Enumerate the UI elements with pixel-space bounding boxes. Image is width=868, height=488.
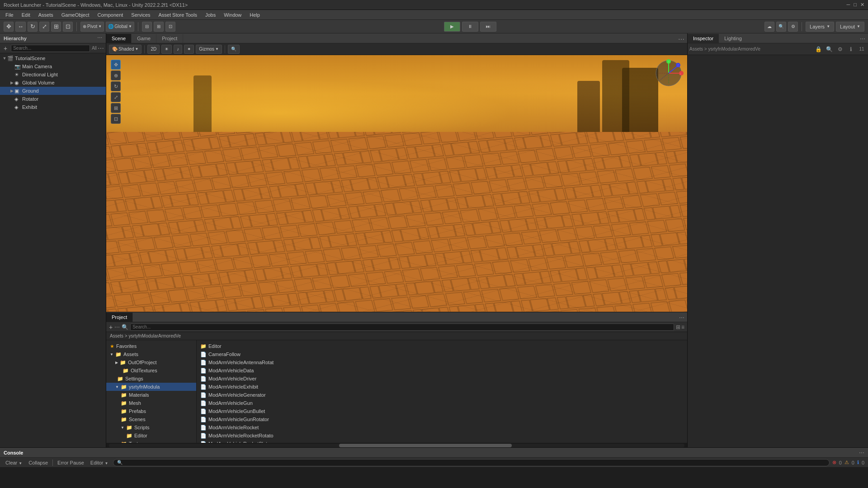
proj-file-camerafolllow[interactable]: 📄 CameraFollow — [197, 350, 687, 358]
tab-game[interactable]: Game — [132, 34, 156, 43]
snap-btn[interactable]: ⊞ — [154, 22, 164, 32]
step-btn[interactable]: ⏭ — [480, 22, 496, 32]
tool-rect[interactable]: ⊞ — [51, 22, 61, 32]
hier-item-exhibit[interactable]: ◈ Exhibit — [0, 103, 106, 111]
menu-file[interactable]: File — [2, 11, 17, 19]
proj-editor[interactable]: 📁 Editor — [106, 432, 196, 440]
search-btn[interactable]: 🔍 — [776, 22, 786, 32]
proj-ysrtyfn[interactable]: ▼ 📁 ysrtyfnModula — [106, 383, 196, 391]
tool-rotate[interactable]: ↻ — [28, 22, 38, 32]
tab-project-center[interactable]: Project — [156, 34, 183, 43]
inspector-layers-btn[interactable]: 11 — [857, 45, 866, 54]
hier-item-rotator[interactable]: ◈ Rotator — [0, 95, 106, 103]
tool-hand[interactable]: ✥ — [4, 22, 14, 32]
tab-project[interactable]: Project — [106, 313, 133, 322]
tool-scale[interactable]: ⤢ — [39, 22, 49, 32]
minimize-btn[interactable]: ─ — [847, 2, 850, 8]
play-btn[interactable]: ▶ — [444, 22, 460, 32]
project-panel-menu[interactable]: ⋯ — [679, 314, 684, 321]
hier-item-tutorial-scene[interactable]: ▼ 🎬 TutorialScene — [0, 54, 106, 62]
hierarchy-menu-btn[interactable]: ⋯ — [98, 45, 104, 52]
console-search-input[interactable] — [113, 459, 830, 466]
hierarchy-search[interactable] — [11, 45, 90, 52]
settings-btn[interactable]: ⚙ — [788, 22, 798, 32]
menu-help[interactable]: Help — [246, 11, 264, 19]
project-add-btn[interactable]: + — [109, 324, 113, 331]
proj-file-gunbullet[interactable]: 📄 ModArmVehicleGunBullet — [197, 407, 687, 415]
scene-viewport[interactable]: ✥ ⊕ ↻ ⤢ ⊞ ⊡ — [106, 55, 687, 312]
proj-old-textures[interactable]: 📁 OldTextures — [106, 366, 196, 375]
proj-file-data[interactable]: 📄 ModArmVehicleData — [197, 366, 687, 375]
console-editor-btn[interactable]: Editor ▼ — [89, 460, 110, 465]
vp-tool-move[interactable]: ⊕ — [111, 70, 121, 80]
proj-out-of-project[interactable]: ▶ 📁 OutOfProject — [106, 358, 196, 366]
scrollbar-thumb[interactable] — [339, 444, 512, 447]
pivot-btn[interactable]: ⊕ Pivot ▼ — [80, 22, 104, 32]
scene-lighting-btn[interactable]: ☀ — [161, 45, 172, 54]
project-search-input[interactable] — [130, 324, 674, 331]
global-btn[interactable]: 🌐 Global ▼ — [106, 22, 134, 32]
hierarchy-add-btn[interactable]: + — [2, 45, 9, 52]
console-menu-btn[interactable]: ⋯ — [859, 450, 864, 456]
proj-prefabs[interactable]: 📁 Prefabs — [106, 407, 196, 415]
console-tab-label[interactable]: Console — [4, 450, 23, 455]
hier-item-global-volume[interactable]: ▶ ◉ Global Volume — [0, 79, 106, 87]
vp-tool-rotate[interactable]: ↻ — [111, 81, 121, 91]
console-collapse-btn[interactable]: Collapse — [27, 460, 50, 465]
hier-item-ground[interactable]: ▶ ▣ Ground — [0, 87, 106, 95]
proj-file-generator[interactable]: 📄 ModArmVehicleGenerator — [197, 391, 687, 399]
layers-btn[interactable]: Layers ▼ — [806, 22, 834, 32]
cloud-btn[interactable]: ☁ — [764, 22, 774, 32]
proj-file-driver[interactable]: 📄 ModArmVehicleDriver — [197, 375, 687, 383]
vp-tool-scale[interactable]: ⤢ — [111, 92, 121, 102]
tool-move[interactable]: ↔ — [15, 22, 26, 32]
project-view-btn2[interactable]: ≡ — [681, 324, 684, 330]
menu-assets[interactable]: Assets — [35, 11, 57, 19]
hier-item-main-camera[interactable]: 📷 Main Camera — [0, 62, 106, 70]
layout-btn[interactable]: Layout ▼ — [836, 22, 864, 32]
grid-btn[interactable]: ⊟ — [142, 22, 152, 32]
tool-transform[interactable]: ⊡ — [63, 22, 73, 32]
proj-file-antenna[interactable]: 📄 ModArmVehicleAntennaRotat — [197, 358, 687, 366]
proj-file-gun[interactable]: 📄 ModArmVehicleGun — [197, 399, 687, 407]
menu-asset-store-tools[interactable]: Asset Store Tools — [155, 11, 201, 19]
hierarchy-options[interactable]: ⋯ — [97, 35, 102, 41]
proj-assets-root[interactable]: ▼ 📁 Assets — [106, 350, 196, 358]
view-btn[interactable]: ⊡ — [165, 22, 175, 32]
shaded-btn[interactable]: 🎨 Shaded ▼ — [109, 45, 142, 54]
pause-btn[interactable]: ⏸ — [462, 22, 478, 32]
proj-mesh[interactable]: 📁 Mesh — [106, 399, 196, 407]
project-view-btn1[interactable]: ⊞ — [676, 324, 680, 330]
project-scrollbar[interactable] — [106, 443, 687, 447]
scene-panel-menu[interactable]: ⋯ — [678, 36, 684, 43]
tab-inspector[interactable]: Inspector — [688, 34, 719, 43]
menu-edit[interactable]: Edit — [18, 11, 34, 19]
proj-file-editor[interactable]: 📁 Editor — [197, 342, 687, 350]
proj-textures[interactable]: 📁 Textures — [106, 440, 196, 443]
vp-tool-hand[interactable]: ✥ — [111, 60, 121, 70]
proj-settings[interactable]: 📁 Settings — [106, 375, 196, 383]
proj-file-gunrotator[interactable]: 📄 ModArmVehicleGunRotator — [197, 415, 687, 423]
proj-scenes[interactable]: 📁 Scenes — [106, 415, 196, 423]
tab-lighting[interactable]: Lighting — [719, 34, 747, 43]
proj-scripts[interactable]: ▼ 📁 Scripts — [106, 423, 196, 432]
2d-btn[interactable]: 2D — [147, 45, 160, 54]
menu-services[interactable]: Services — [127, 11, 154, 19]
menu-jobs[interactable]: Jobs — [202, 11, 219, 19]
project-menu-btn[interactable]: ⋯ — [114, 324, 120, 330]
vp-tool-custom[interactable]: ⊡ — [111, 114, 121, 124]
scene-search-btn[interactable]: 🔍 — [228, 45, 240, 54]
proj-file-rocketrotator[interactable]: 📄 ModArmVehicleRocketRotato — [197, 432, 687, 440]
menu-window[interactable]: Window — [220, 11, 245, 19]
scene-audio-btn[interactable]: ♪ — [174, 45, 182, 54]
inspector-info-btn[interactable]: ℹ — [846, 45, 855, 54]
scene-fx-btn[interactable]: ✦ — [184, 45, 194, 54]
inspector-menu-btn[interactable]: ⋯ — [860, 36, 865, 42]
hier-item-directional-light[interactable]: ☀ Directional Light — [0, 70, 106, 79]
proj-file-rocket[interactable]: 📄 ModArmVehicleRocket — [197, 423, 687, 432]
proj-file-exhibit[interactable]: 📄 ModArmVehicleExhibit — [197, 383, 687, 391]
maximize-btn[interactable]: □ — [854, 2, 857, 8]
scene-gizmos-btn[interactable]: Gizmos ▼ — [196, 45, 222, 54]
console-errorpause-btn[interactable]: Error Pause — [56, 460, 86, 465]
tab-scene[interactable]: Scene — [106, 34, 132, 43]
